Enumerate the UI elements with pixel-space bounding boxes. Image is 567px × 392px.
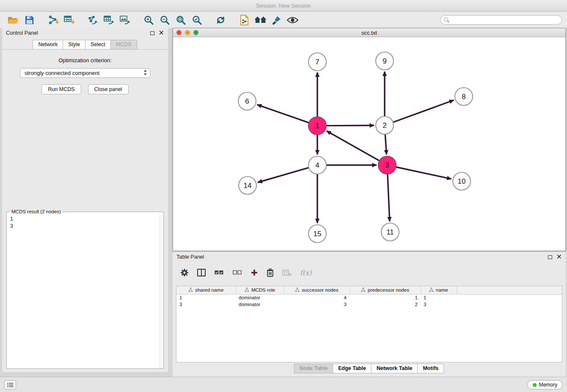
- search-box[interactable]: [440, 15, 562, 25]
- node-3[interactable]: 3: [378, 156, 396, 174]
- node-11[interactable]: 11: [381, 223, 399, 241]
- table-cell-filler: [457, 301, 562, 308]
- refresh-layout-icon[interactable]: [212, 13, 228, 27]
- open-network-document-icon[interactable]: [236, 13, 252, 27]
- table-tab-node-table[interactable]: Node Table: [294, 364, 333, 373]
- optimization-value: strongly connected component: [25, 70, 143, 76]
- edge-2-8[interactable]: [392, 100, 454, 123]
- table-cell[interactable]: 2: [350, 301, 421, 308]
- memory-button[interactable]: Memory: [527, 380, 563, 389]
- column-header-name[interactable]: name: [421, 286, 457, 294]
- edge-1-2[interactable]: [325, 125, 374, 126]
- svg-text:4: 4: [315, 161, 319, 169]
- table-cell[interactable]: 3: [284, 301, 350, 308]
- node-2[interactable]: 2: [376, 116, 394, 134]
- svg-text:8: 8: [462, 93, 465, 101]
- table-cell[interactable]: dominator: [236, 301, 284, 308]
- edge-3-10[interactable]: [395, 167, 451, 179]
- node-1[interactable]: 1: [308, 117, 326, 135]
- result-scrollbar[interactable]: [160, 214, 163, 368]
- table-cell[interactable]: 1: [421, 294, 457, 301]
- node-8[interactable]: 8: [455, 88, 473, 105]
- tab-select[interactable]: Select: [85, 40, 111, 50]
- node-4[interactable]: 4: [308, 156, 326, 174]
- float-table-panel-icon[interactable]: [548, 255, 552, 259]
- control-panel-tabs: NetworkStyleSelectMCDS: [2, 40, 168, 50]
- node-6[interactable]: 6: [238, 92, 256, 110]
- zoom-in-icon[interactable]: [140, 13, 157, 27]
- close-window-button[interactable]: ×: [176, 30, 182, 35]
- optimization-select[interactable]: strongly connected component: [20, 68, 150, 78]
- search-input[interactable]: [452, 17, 558, 23]
- svg-text:7: 7: [315, 58, 319, 66]
- import-network-icon[interactable]: [45, 13, 61, 27]
- node-10[interactable]: 10: [453, 172, 471, 190]
- unselect-all-icon[interactable]: [232, 270, 242, 275]
- function-builder-icon: f(x): [300, 269, 311, 277]
- show-hide-eye-icon[interactable]: [284, 13, 300, 27]
- node-14[interactable]: 14: [239, 177, 256, 194]
- zoom-selected-icon[interactable]: [189, 13, 205, 27]
- node-7[interactable]: 7: [308, 53, 326, 71]
- tab-network[interactable]: Network: [33, 40, 63, 50]
- table-cell[interactable]: 3: [421, 301, 457, 308]
- export-table-icon[interactable]: [101, 13, 117, 27]
- delete-column-icon: [282, 269, 292, 276]
- table-cell[interactable]: 3: [176, 301, 236, 308]
- edge-4-14[interactable]: [258, 167, 310, 182]
- node-15[interactable]: 15: [308, 225, 326, 243]
- table-cell[interactable]: 4: [284, 294, 350, 301]
- table-body: 1dominator4113dominator323: [176, 294, 562, 308]
- column-header-predecessor-nodes[interactable]: predecessor nodes: [350, 286, 421, 294]
- mcds-result-line: 1: [10, 215, 158, 223]
- float-panel-icon[interactable]: [150, 31, 154, 35]
- edge-3-1[interactable]: [327, 131, 380, 161]
- import-table-icon[interactable]: [61, 13, 77, 27]
- open-session-icon[interactable]: [5, 13, 21, 27]
- edge-3-11[interactable]: [388, 173, 390, 221]
- network-window-titlebar[interactable]: × − + scc.txt: [173, 28, 565, 37]
- minimize-window-button[interactable]: −: [185, 30, 190, 35]
- export-network-icon[interactable]: [85, 13, 101, 27]
- table-tab-motifs[interactable]: Motifs: [417, 364, 444, 373]
- column-header-shared-name[interactable]: shared name: [176, 286, 236, 294]
- svg-text:2: 2: [383, 121, 386, 130]
- select-all-icon[interactable]: [214, 270, 224, 275]
- run-mcds-button[interactable]: Run MCDS: [41, 84, 81, 94]
- trash-icon[interactable]: [267, 268, 274, 277]
- zoom-out-icon[interactable]: [157, 13, 173, 27]
- edge-2-3[interactable]: [385, 133, 386, 155]
- table-tab-edge-table[interactable]: Edge Table: [333, 364, 372, 373]
- table-tab-network-table[interactable]: Network Table: [371, 364, 418, 373]
- column-header-MCDS-role[interactable]: MCDS role: [236, 286, 284, 294]
- node-9[interactable]: 9: [376, 52, 394, 70]
- table-row[interactable]: 3dominator323: [176, 301, 562, 308]
- svg-text:11: 11: [386, 228, 394, 236]
- close-panel-icon[interactable]: ✕: [159, 31, 164, 35]
- export-image-icon[interactable]: [117, 13, 133, 27]
- column-header-successor-nodes[interactable]: successor nodes: [284, 286, 350, 294]
- tab-style[interactable]: Style: [63, 40, 85, 50]
- columns-icon[interactable]: [197, 269, 206, 276]
- task-history-button[interactable]: [4, 380, 16, 389]
- gear-icon[interactable]: [180, 268, 189, 277]
- close-panel-button[interactable]: Close panel: [88, 84, 129, 94]
- mcds-result-list: 13: [9, 215, 158, 230]
- svg-text:15: 15: [314, 230, 322, 238]
- table-cell-filler: [457, 294, 562, 301]
- table-panel-header: Table Panel ✕: [173, 252, 566, 262]
- edge-1-6[interactable]: [257, 105, 310, 123]
- table-cell[interactable]: 1: [350, 294, 421, 301]
- table-cell[interactable]: 1: [176, 294, 236, 301]
- show-overview-icon[interactable]: [252, 13, 268, 27]
- table-cell[interactable]: dominator: [236, 294, 284, 301]
- tab-mcds[interactable]: MCDS: [110, 40, 137, 50]
- style-brush-icon[interactable]: [268, 13, 284, 27]
- save-session-icon[interactable]: [21, 13, 37, 27]
- add-icon[interactable]: [250, 269, 258, 276]
- network-canvas[interactable]: 7968124314101511: [173, 37, 565, 251]
- close-table-panel-icon[interactable]: ✕: [556, 255, 562, 259]
- zoom-fit-icon[interactable]: [173, 13, 189, 27]
- table-row[interactable]: 1dominator411: [176, 294, 562, 301]
- zoom-window-button[interactable]: +: [193, 30, 198, 35]
